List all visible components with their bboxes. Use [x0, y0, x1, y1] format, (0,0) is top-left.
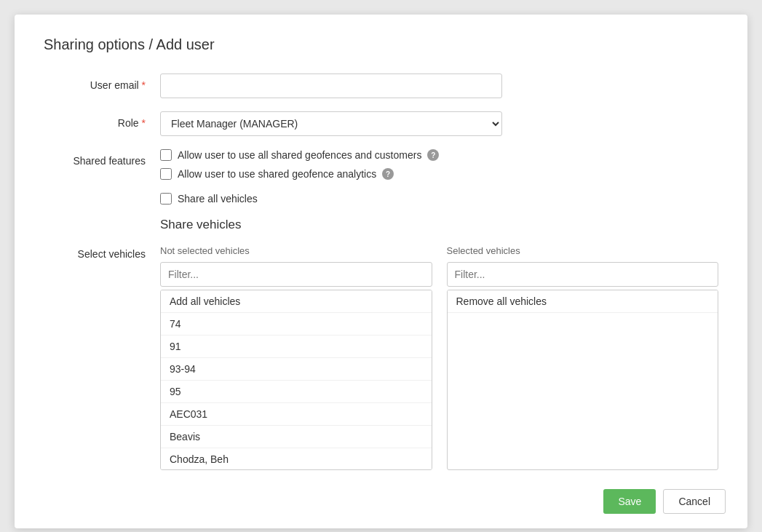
list-item[interactable]: Chodza, Beh	[161, 448, 432, 470]
add-all-vehicles-item[interactable]: Add all vehicles	[161, 290, 432, 313]
analytics-checkbox[interactable]	[160, 168, 172, 180]
shared-features-content: Allow user to use all shared geofences a…	[160, 149, 439, 180]
share-vehicles-heading: Share vehicles	[160, 218, 242, 232]
modal-container: Sharing options / Add user User email * …	[15, 15, 747, 528]
remove-all-vehicles-item[interactable]: Remove all vehicles	[448, 290, 718, 313]
selected-filter-input[interactable]	[447, 262, 719, 287]
geofences-checkbox-label: Allow user to use all shared geofences a…	[178, 149, 421, 161]
not-selected-list: Add all vehicles 74 91 93-94 95 AEC031 B…	[160, 290, 432, 470]
list-item[interactable]: 93-94	[161, 358, 432, 381]
share-all-vehicles-checkbox-row: Share all vehicles	[160, 193, 258, 205]
required-star: *	[142, 79, 146, 91]
selected-heading: Selected vehicles	[447, 245, 719, 256]
role-row: Role * Fleet Manager (MANAGER) Driver (D…	[44, 111, 718, 136]
not-selected-panel: Not selected vehicles Add all vehicles 7…	[160, 245, 432, 470]
list-item[interactable]: 91	[161, 336, 432, 358]
geofences-help-icon[interactable]: ?	[427, 149, 439, 161]
share-all-vehicles-row: Share all vehicles	[44, 193, 718, 205]
geofences-checkbox[interactable]	[160, 149, 172, 161]
share-vehicles-spacer	[44, 218, 160, 223]
user-email-label: User email *	[44, 74, 160, 91]
analytics-checkbox-row: Allow user to use shared geofence analyt…	[160, 168, 439, 180]
user-email-row: User email *	[44, 74, 718, 98]
share-all-vehicles-label: Share all vehicles	[178, 193, 258, 205]
list-item[interactable]: Beavis	[161, 426, 432, 448]
not-selected-filter-input[interactable]	[160, 262, 432, 287]
not-selected-heading: Not selected vehicles	[160, 245, 432, 256]
shared-features-row: Shared features Allow user to use all sh…	[44, 149, 718, 180]
share-vehicles-heading-row: Share vehicles	[44, 218, 718, 232]
selected-panel: Selected vehicles Remove all vehicles	[447, 245, 719, 470]
selected-list: Remove all vehicles	[447, 290, 719, 470]
select-vehicles-label: Select vehicles	[44, 245, 160, 260]
share-all-vehicles-checkbox[interactable]	[160, 193, 172, 205]
vehicles-panels: Not selected vehicles Add all vehicles 7…	[160, 245, 718, 470]
analytics-help-icon[interactable]: ?	[382, 168, 394, 180]
role-required-star: *	[142, 117, 146, 129]
analytics-checkbox-label: Allow user to use shared geofence analyt…	[178, 168, 376, 180]
geofences-checkbox-row: Allow user to use all shared geofences a…	[160, 149, 439, 161]
select-vehicles-row: Select vehicles Not selected vehicles Ad…	[44, 245, 718, 470]
list-item[interactable]: AEC031	[161, 403, 432, 426]
shared-features-label: Shared features	[44, 149, 160, 167]
modal-title: Sharing options / Add user	[44, 36, 718, 53]
footer-actions: Save Cancel	[603, 489, 726, 514]
user-email-input[interactable]	[160, 74, 502, 98]
list-item[interactable]: 74	[161, 313, 432, 336]
role-label: Role *	[44, 111, 160, 129]
share-all-vehicles-label-spacer	[44, 193, 160, 199]
cancel-button[interactable]: Cancel	[663, 489, 726, 514]
list-item[interactable]: 95	[161, 381, 432, 403]
role-select[interactable]: Fleet Manager (MANAGER) Driver (DRIVER) …	[160, 111, 502, 136]
save-button[interactable]: Save	[603, 489, 656, 514]
